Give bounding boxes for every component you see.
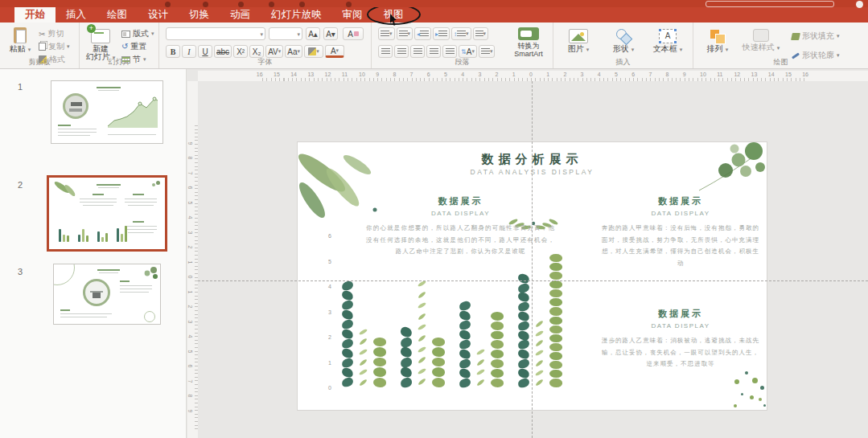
clear-formatting-button[interactable]: A [343, 27, 364, 40]
y-axis-tick: 0 [322, 385, 331, 391]
bullets-button[interactable]: ▾ [378, 27, 395, 40]
arrange-button[interactable]: 排列 ▾ [701, 29, 734, 54]
bar-dark-leaf [400, 326, 412, 387]
line-spacing-button[interactable]: ↕▾ [451, 27, 471, 40]
tab-review[interactable]: 审阅 [332, 7, 373, 23]
columns-button[interactable]: ▾ [473, 27, 489, 40]
horizontal-guide[interactable] [198, 280, 868, 281]
tab-slideshow[interactable]: 幻灯片放映 [261, 7, 332, 23]
ruler-number: 9 [187, 141, 193, 145]
slide-3-thumbnail[interactable] [53, 264, 161, 325]
bar-group-3 [459, 301, 504, 387]
quick-access-icon[interactable] [238, 2, 244, 7]
slide-1-number: 1 [18, 82, 23, 92]
bar-olive-leaf [491, 312, 504, 388]
slide-chart[interactable]: 0123456 [322, 227, 567, 387]
quick-access-icon[interactable] [165, 2, 171, 7]
numbering-button[interactable]: ▾ [397, 27, 413, 40]
justify-icon [430, 48, 438, 55]
italic-button[interactable]: I [182, 45, 196, 58]
align-text-button[interactable]: ▾ [479, 45, 496, 58]
numbering-icon [399, 31, 408, 38]
convert-smartart-button[interactable]: 转换为SmartArt [507, 27, 550, 58]
tab-insert[interactable]: 插入 [56, 7, 97, 23]
text-direction-button[interactable]: ⇅A▾ [459, 45, 477, 58]
account-avatar[interactable] [856, 1, 863, 8]
shrink-font-button[interactable]: A▾ [323, 27, 338, 40]
line-spacing-icon [457, 31, 466, 38]
quick-styles-icon [753, 29, 769, 42]
bar-group-4 [517, 253, 562, 387]
font-color-button[interactable]: A▾ [325, 45, 344, 58]
justify-button[interactable] [426, 45, 441, 58]
shape-fill-button[interactable]: 形状填充▾ [792, 31, 840, 42]
paste-button[interactable]: 粘贴 ▾ [6, 27, 34, 54]
tab-view[interactable]: 视图 [373, 7, 414, 23]
bar-light-leaf [476, 347, 485, 387]
arrange-icon [709, 29, 726, 43]
reset-button[interactable]: ↺重置 [121, 41, 146, 52]
horizontal-ruler[interactable]: 1615141312111098765432101234567891011121… [198, 71, 868, 81]
ruler-number: 11 [717, 72, 722, 77]
layout-button[interactable]: 版式▾ [121, 28, 154, 39]
slide-2-thumbnail[interactable] [47, 175, 167, 252]
ruler-number: 7 [410, 72, 413, 77]
character-spacing-button[interactable]: AV▾ [265, 45, 283, 58]
tab-draw[interactable]: 绘图 [97, 7, 138, 23]
underline-button[interactable]: U [198, 45, 212, 58]
bar-olive-leaf [549, 253, 562, 387]
block-heading: 数据展示 [602, 308, 759, 320]
ruler-number: 15 [274, 72, 280, 77]
scissors-icon: ✂ [39, 30, 45, 39]
decrease-indent-icon [420, 31, 429, 38]
vertical-guide[interactable] [532, 81, 533, 438]
font-style-row: B I U abc X² X₂ AV▾ Aa▾ ▾ A▾ [166, 45, 344, 58]
superscript-button[interactable]: X² [233, 45, 248, 58]
align-left-button[interactable] [378, 45, 393, 58]
insert-picture-button[interactable]: 图片 ▾ [558, 29, 599, 54]
insert-textbox-button[interactable]: A 文本框 ▾ [647, 29, 689, 54]
thumb3-ring [144, 311, 155, 322]
quick-styles-button[interactable]: 快速样式 ▾ [740, 29, 782, 52]
copy-button[interactable]: 复制▾ [39, 41, 70, 52]
group-label: 剪贴板 [0, 57, 79, 68]
highlight-button[interactable]: ▾ [304, 45, 323, 58]
quick-access-icon[interactable] [269, 2, 274, 7]
text-block-bottom-right[interactable]: 数据展示 DATA DISPLAY 漫步的路人乙意味着：消极被动，逃避挑战，未战… [602, 308, 759, 370]
ruler-number: 7 [648, 72, 652, 77]
change-case-button[interactable]: Aa▾ [285, 45, 302, 58]
ruler-number: 2 [187, 246, 193, 249]
font-name-select[interactable]: ▾ [166, 27, 265, 40]
quick-access-icon[interactable] [203, 2, 208, 7]
search-box[interactable] [706, 1, 834, 7]
text-block-right[interactable]: 数据展示 DATA DISPLAY 奔跑的路人甲意味着：没有后悔，没有抱怨，勇敢… [602, 195, 759, 270]
ruler-number: 11 [342, 72, 348, 77]
decrease-indent-button[interactable]: ◂ [414, 27, 431, 40]
subscript-button[interactable]: X₂ [249, 45, 264, 58]
tab-home[interactable]: 开始 [14, 7, 56, 23]
y-axis-tick: 4 [322, 284, 331, 289]
ruler-number: 5 [444, 72, 447, 77]
bold-button[interactable]: B [166, 45, 180, 58]
grow-font-button[interactable]: A▴ [306, 27, 320, 40]
cut-button[interactable]: ✂剪切 [39, 28, 64, 39]
font-size-select[interactable]: ▾ [269, 27, 302, 40]
quick-access-icon[interactable] [346, 2, 352, 7]
distribute-button[interactable] [442, 45, 457, 58]
slide-1-thumbnail[interactable] [51, 80, 163, 144]
tab-animations[interactable]: 动画 [220, 7, 261, 23]
align-right-button[interactable] [410, 45, 425, 58]
bar-light-leaf [359, 326, 368, 387]
vertical-ruler[interactable]: 9876543210123456789 [187, 81, 198, 438]
insert-shapes-button[interactable]: 形状 ▾ [603, 29, 644, 54]
reset-icon: ↺ [121, 43, 128, 51]
y-axis-tick: 1 [322, 360, 331, 366]
quick-access-icon[interactable] [299, 2, 305, 7]
tab-transitions[interactable]: 切换 [179, 7, 220, 23]
ruler-number: 0 [529, 72, 533, 77]
align-center-button[interactable] [394, 45, 409, 58]
ruler-number: 8 [666, 72, 669, 77]
increase-indent-button[interactable]: ▸ [433, 27, 450, 40]
strikethrough-button[interactable]: abc [214, 45, 232, 58]
tab-design[interactable]: 设计 [138, 7, 179, 23]
